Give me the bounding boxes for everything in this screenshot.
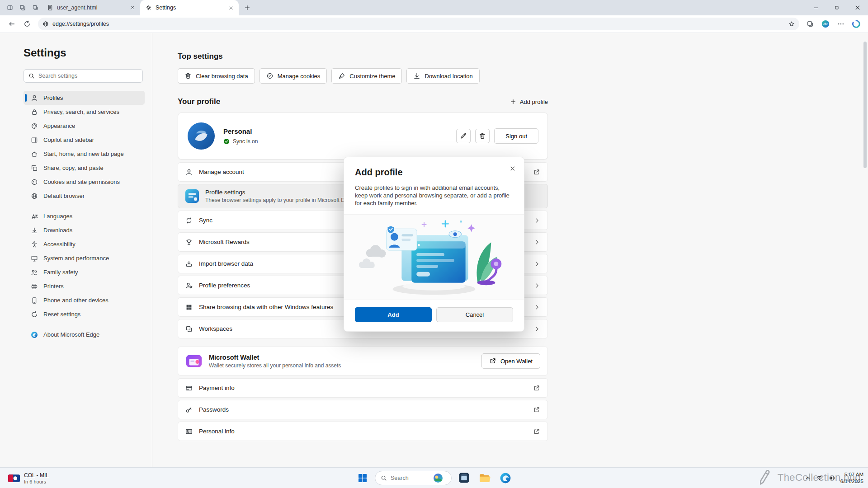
start-button[interactable] xyxy=(354,469,371,487)
tab-search-icon[interactable] xyxy=(29,2,42,14)
wallet-subtitle: Wallet securely stores all your personal… xyxy=(209,362,341,369)
taskbar-search-input[interactable] xyxy=(391,475,429,481)
new-tab-button[interactable] xyxy=(241,1,254,14)
search-input[interactable] xyxy=(38,73,138,79)
sidebar-item-profiles[interactable]: Profiles xyxy=(24,91,145,105)
sidebar-item-appearance[interactable]: Appearance xyxy=(24,119,145,133)
sidebar-item-printers[interactable]: Printers xyxy=(24,279,145,293)
sidebar-item-family-safety[interactable]: Family safety xyxy=(24,265,145,279)
settings-search-box[interactable] xyxy=(24,69,143,83)
add-button[interactable]: Add xyxy=(355,307,432,322)
chevron-right-icon xyxy=(534,217,540,224)
volume-icon[interactable] xyxy=(828,474,835,482)
tab-actions-menu-icon[interactable] xyxy=(4,2,16,14)
customize-theme-button[interactable]: Customize theme xyxy=(331,68,402,84)
sidebar-item-label: Phone and other devices xyxy=(43,297,108,304)
external-link-icon xyxy=(533,428,540,435)
sidebar-item-label: Printers xyxy=(43,283,64,290)
sidebar-item-start-home[interactable]: Start, home, and new tab page xyxy=(24,147,145,161)
page-favicon xyxy=(47,5,53,11)
tab-settings[interactable]: Settings xyxy=(140,0,239,15)
profile-name: Personal xyxy=(223,127,258,135)
chevron-right-icon xyxy=(534,304,540,310)
tab-user-agent[interactable]: user_agent.html xyxy=(42,0,140,15)
sidebar-item-phone-devices[interactable]: Phone and other devices xyxy=(24,293,145,307)
file-explorer-icon[interactable] xyxy=(476,469,493,487)
clock-date: 6/14/2025 xyxy=(840,478,863,485)
delete-profile-button[interactable] xyxy=(475,129,490,143)
download-location-button[interactable]: Download location xyxy=(406,68,479,84)
browser-essentials-icon[interactable] xyxy=(818,17,833,31)
copilot-icon[interactable] xyxy=(849,17,863,31)
minimize-button[interactable] xyxy=(806,0,826,15)
tab-close-icon[interactable] xyxy=(227,4,235,12)
clear-browsing-data-button[interactable]: Clear browsing data xyxy=(178,68,255,84)
favorites-button[interactable] xyxy=(803,17,817,31)
url-text: edge://settings/profiles xyxy=(52,21,785,27)
page-scrollbar[interactable] xyxy=(863,42,867,168)
sidebar-item-label: About Microsoft Edge xyxy=(43,331,99,338)
tab-close-icon[interactable] xyxy=(128,4,137,12)
sidebar-item-label: System and performance xyxy=(43,255,109,262)
row-payment-info[interactable]: Payment info xyxy=(178,378,548,398)
hidden-icons-chevron-icon[interactable] xyxy=(805,475,811,481)
workspaces-icon[interactable] xyxy=(16,2,29,14)
edit-profile-button[interactable] xyxy=(456,129,471,143)
open-wallet-button[interactable]: Open Wallet xyxy=(481,353,540,369)
dialog-title: Add profile xyxy=(355,167,513,178)
favorite-star-icon[interactable] xyxy=(788,21,795,27)
sidebar-group-divider xyxy=(24,203,145,209)
sidebar-item-languages[interactable]: Languages xyxy=(24,209,145,223)
clock-time: 5:07 AM xyxy=(840,471,863,478)
avatar xyxy=(187,122,215,150)
sidebar-item-downloads[interactable]: Downloads xyxy=(24,223,145,237)
cancel-button[interactable]: Cancel xyxy=(436,307,513,322)
sports-widget[interactable]: COL - MIL In 6 hours xyxy=(5,470,52,486)
address-bar[interactable]: edge://settings/profiles xyxy=(38,18,799,30)
settings-nav: Profiles Privacy, search, and services A… xyxy=(24,91,145,342)
edge-taskbar-icon[interactable] xyxy=(497,469,514,487)
button-label: Add profile xyxy=(520,99,548,105)
back-button[interactable] xyxy=(5,17,19,31)
sidebar-item-copilot-sidebar[interactable]: Copilot and sidebar xyxy=(24,133,145,147)
chevron-right-icon xyxy=(534,239,540,245)
manage-cookies-button[interactable]: Manage cookies xyxy=(259,68,327,84)
row-passwords[interactable]: Passwords xyxy=(178,400,548,419)
system-tray: 5:07 AM 6/14/2025 xyxy=(805,468,863,488)
wallet-title: Microsoft Wallet xyxy=(209,354,341,361)
close-window-button[interactable] xyxy=(847,0,868,15)
sidebar-item-default-browser[interactable]: Default browser xyxy=(24,189,145,203)
add-profile-button[interactable]: Add profile xyxy=(510,99,548,105)
tab-bar: user_agent.html Settings xyxy=(0,0,868,15)
sidebar-item-system-performance[interactable]: System and performance xyxy=(24,251,145,265)
sidebar-item-reset[interactable]: Reset settings xyxy=(24,307,145,321)
maximize-button[interactable] xyxy=(826,0,847,15)
taskbar-clock[interactable]: 5:07 AM 6/14/2025 xyxy=(840,471,863,485)
network-icon[interactable] xyxy=(816,474,823,482)
sidebar-item-label: Start, home, and new tab page xyxy=(43,150,124,157)
search-icon xyxy=(381,475,387,481)
sidebar-item-about-edge[interactable]: About Microsoft Edge xyxy=(24,328,145,342)
sidebar-item-share-copy-paste[interactable]: Share, copy, and paste xyxy=(24,161,145,175)
chevron-right-icon xyxy=(534,282,540,289)
row-personal-info[interactable]: Personal info xyxy=(178,422,548,441)
profile-settings-thumbnail xyxy=(185,189,199,203)
refresh-button[interactable] xyxy=(20,17,34,31)
button-label: Clear browsing data xyxy=(196,73,248,80)
wallet-icon xyxy=(185,352,203,370)
sign-out-button[interactable]: Sign out xyxy=(494,128,538,144)
sidebar-item-cookies[interactable]: Cookies and site permissions xyxy=(24,175,145,189)
external-link-icon xyxy=(533,169,540,176)
sidebar-item-accessibility[interactable]: Accessibility xyxy=(24,237,145,251)
task-view-icon[interactable] xyxy=(455,469,472,487)
navigation-bar: edge://settings/profiles xyxy=(0,15,868,33)
sidebar-item-privacy[interactable]: Privacy, search, and services xyxy=(24,105,145,119)
taskbar-search-box[interactable] xyxy=(375,471,452,485)
sidebar-item-label: Reset settings xyxy=(43,311,80,318)
settings-menu-icon[interactable] xyxy=(834,17,848,31)
sync-on-check-icon xyxy=(223,138,230,145)
search-highlight-icon xyxy=(433,473,443,483)
add-profile-dialog: Add profile Create profiles to sign in w… xyxy=(344,157,524,332)
external-link-icon xyxy=(533,385,540,392)
dialog-close-icon[interactable] xyxy=(506,162,519,175)
